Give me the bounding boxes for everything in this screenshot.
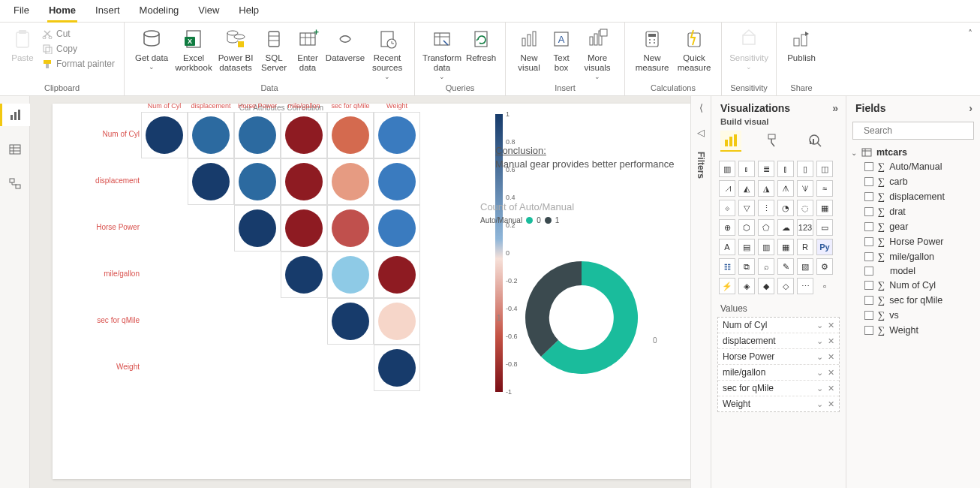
field-checkbox[interactable] [864,281,873,290]
field-item[interactable]: ∑sec for qMile [851,293,975,308]
filters-pane-collapsed[interactable]: ⟨ ◁ Filters [690,96,711,488]
sensitivity-button[interactable]: Sensitivity⌄ [728,26,770,73]
viz-multi-row-card[interactable]: A [719,239,735,255]
menu-modeling[interactable]: Modeling [138,3,181,22]
viz-area[interactable]: ◭ [738,180,755,197]
viz-line-clustered[interactable]: ⩚ [777,180,794,197]
viz-funnel[interactable]: ▽ [738,200,755,216]
table-node[interactable]: ⌄ mtcars [851,146,975,159]
paste-button[interactable]: Paste [6,26,39,65]
values-row[interactable]: Horse Power⌄✕ [718,349,839,365]
viz-waterfall[interactable]: ⟐ [719,200,735,216]
menu-insert[interactable]: Insert [94,3,122,22]
viz-power-apps[interactable]: ⚡ [719,278,735,294]
field-checkbox[interactable] [864,296,873,305]
viz-power-automate[interactable]: ◈ [738,278,755,294]
pbi-datasets-button[interactable]: Power BI datasets [215,26,257,74]
analytics-tab[interactable] [804,131,825,152]
values-row-remove[interactable]: ✕ [828,352,834,362]
viz-card[interactable]: ▭ [816,219,833,236]
more-visuals-button[interactable]: More visuals⌄ [576,26,618,83]
visualizations-collapse-icon[interactable]: » [832,102,838,114]
menu-home[interactable]: Home [47,3,77,22]
field-item[interactable]: ∑gear [851,219,975,234]
cut-button[interactable]: Cut [39,27,118,41]
field-checkbox[interactable] [864,207,873,216]
fields-collapse-icon[interactable]: › [969,102,972,114]
model-view-button[interactable] [0,173,30,195]
field-checkbox[interactable] [864,162,873,171]
viz-kpi[interactable]: ▤ [738,239,755,255]
values-row-menu[interactable]: ⌄ [816,384,823,393]
field-checkbox[interactable] [864,192,873,201]
text-box-button[interactable]: AText box [546,26,576,74]
viz-stacked-column-100[interactable]: ◫ [816,161,833,177]
values-row-menu[interactable]: ⌄ [816,321,823,330]
get-data-button[interactable]: Get data⌄ [131,26,173,73]
transform-data-button[interactable]: Transform data⌄ [421,26,463,83]
new-visual-button[interactable]: New visual [512,26,546,74]
viz-custom[interactable]: ⋯ [797,278,813,294]
refresh-button[interactable]: Refresh [463,26,499,65]
viz-ribbon[interactable]: ≈ [816,180,833,197]
viz-line[interactable]: ⩘ [719,180,735,197]
viz-power-bi-visual[interactable]: ◇ [777,278,794,294]
values-row-remove[interactable]: ✕ [828,321,834,330]
viz-matrix[interactable]: R [797,239,813,255]
report-canvas[interactable]: Car Attributes Correlation Num of Cyldis… [30,96,690,488]
field-checkbox[interactable] [864,311,873,320]
data-view-button[interactable] [0,138,30,161]
viz-r-visual[interactable]: Py [816,239,833,255]
field-item[interactable]: ∑Weight [851,323,975,338]
values-row[interactable]: Num of Cyl⌄✕ [718,318,839,333]
field-item[interactable]: model [851,264,975,278]
filters-expand-icon[interactable]: ⟨ [699,102,703,113]
field-item[interactable]: ∑displacement [851,189,975,204]
values-row[interactable]: sec for qMile⌄✕ [718,381,839,396]
values-well[interactable]: Num of Cyl⌄✕displacement⌄✕Horse Power⌄✕m… [717,317,840,412]
viz-filled-map[interactable]: ⬡ [738,219,755,236]
donut-visual[interactable]: 1 0 [503,246,668,391]
viz-stacked-bar[interactable]: ▥ [719,161,735,177]
viz-arcgis[interactable]: ◆ [758,278,774,294]
format-painter-button[interactable]: Format painter [39,57,118,71]
viz-table[interactable]: ▦ [777,239,794,255]
values-row-menu[interactable]: ⌄ [816,352,823,362]
field-checkbox[interactable] [864,326,873,335]
field-checkbox[interactable] [864,222,873,231]
new-measure-button[interactable]: New measure [631,26,673,74]
quick-measure-button[interactable]: Quick measure [673,26,715,74]
values-row-remove[interactable]: ✕ [828,336,834,346]
publish-button[interactable]: Publish [783,26,820,65]
copy-button[interactable]: Copy [39,42,118,56]
viz-key-influencers[interactable]: ⧉ [738,258,755,275]
field-item[interactable]: ∑vs [851,308,975,323]
viz-line-stacked[interactable]: ⩛ [797,180,813,197]
viz-smart-narrative[interactable]: ▧ [797,258,813,275]
viz-more[interactable]: ▫ [816,278,833,294]
field-checkbox[interactable] [864,267,873,276]
viz-clustered-bar[interactable]: ⫾ [738,161,755,177]
viz-clustered-column[interactable]: ⫿ [777,161,794,177]
values-row-remove[interactable]: ✕ [828,368,834,378]
viz-stacked-area[interactable]: ◮ [758,180,774,197]
field-item[interactable]: ∑carb [851,174,975,189]
values-row-remove[interactable]: ✕ [828,384,834,393]
dataverse-button[interactable]: Dataverse [324,26,366,65]
recent-sources-button[interactable]: Recent sources⌄ [366,26,408,83]
values-row[interactable]: displacement⌄✕ [718,333,839,349]
ribbon-collapse-icon[interactable]: ˄ [968,29,972,39]
values-row-menu[interactable]: ⌄ [816,336,823,346]
field-item[interactable]: ∑mile/gallon [851,249,975,264]
viz-pie[interactable]: ◔ [777,200,794,216]
sql-server-button[interactable]: SQL Server [257,26,291,74]
build-visual-tab[interactable] [720,131,741,152]
viz-shape-map[interactable]: ⬠ [758,219,774,236]
fields-search[interactable] [852,122,974,140]
field-checkbox[interactable] [864,237,873,246]
viz-azure-map[interactable]: ☁ [777,219,794,236]
field-checkbox[interactable] [864,252,873,261]
values-row-remove[interactable]: ✕ [828,399,834,409]
correlation-visual[interactable]: Car Attributes Correlation Num of Cyldis… [90,104,473,404]
format-visual-tab[interactable] [762,131,783,152]
